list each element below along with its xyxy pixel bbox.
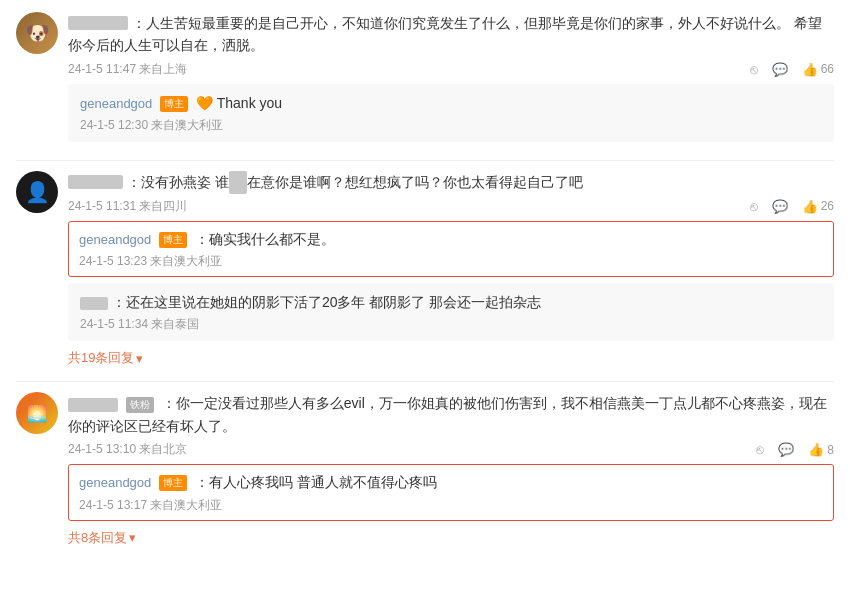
comment-3-username: [68, 398, 118, 412]
comment-1-text: ：人生苦短最重要的是自己开心，不知道你们究竟发生了什么，但那毕竟是你们的家事，外…: [68, 15, 822, 53]
reply-3-time: 24-1-5 13:17 来自澳大利亚: [79, 497, 823, 514]
reply-2-badge: 博主: [159, 232, 187, 248]
comment-1: 🐶 ：人生苦短最重要的是自己开心，不知道你们究竟发生了什么，但那毕竟是你们的家事…: [16, 12, 834, 146]
comment-3-meta: 24-1-5 13:10 来自北京 ⎋ 💬 👍 8: [68, 441, 834, 458]
chevron-down-icon-3: ▾: [129, 530, 136, 545]
comment-1-meta: 24-1-5 11:47 来自上海 ⎋ 💬 👍 66: [68, 61, 834, 78]
reply-1-text-content: Thank you: [217, 95, 282, 111]
expand-replies-2[interactable]: 共19条回复 ▾: [68, 345, 834, 367]
comment-3-actions: ⎋ 💬 👍 8: [756, 442, 834, 457]
reply-1-username: geneandgod: [80, 96, 152, 111]
comment-2-reply-boxed: geneandgod 博主 ：确实我什么都不是。 24-1-5 13:23 来自…: [68, 221, 834, 277]
reply-3-username: geneandgod: [79, 475, 151, 490]
heart-icon-1: 🧡: [196, 95, 213, 111]
comment-1-header: ：人生苦短最重要的是自己开心，不知道你们究竟发生了什么，但那毕竟是你们的家事，外…: [68, 12, 834, 57]
comment-3-reply-boxed: geneandgod 博主 ：有人心疼我吗 普通人就不值得心疼吗 24-1-5 …: [68, 464, 834, 520]
comment-2-text: ：没有孙燕姿 谁██在意你是谁啊？想红想疯了吗？你也太看得起自己了吧: [127, 174, 583, 190]
like-button-3[interactable]: 👍 8: [808, 442, 834, 457]
comment-1-actions: ⎋ 💬 👍 66: [750, 62, 834, 77]
comment-1-reply: geneandgod 博主 🧡 Thank you 24-1-5 12:30 来…: [68, 84, 834, 142]
comment-2-header: ：没有孙燕姿 谁██在意你是谁啊？想红想疯了吗？你也太看得起自己了吧: [68, 171, 834, 193]
reply-2-text: ：确实我什么都不是。: [195, 231, 335, 247]
comment-1-content: ：人生苦短最重要的是自己开心，不知道你们究竟发生了什么，但那毕竟是你们的家事，外…: [68, 12, 834, 146]
share-icon[interactable]: ⎋: [750, 62, 758, 77]
comment-2-time: 24-1-5 11:31 来自四川: [68, 198, 187, 215]
divider-1: [16, 160, 834, 161]
comment-icon-1[interactable]: 💬: [772, 62, 788, 77]
like-count-2: 26: [821, 199, 834, 213]
avatar-3: 🌅: [16, 392, 58, 434]
subreply-time: 24-1-5 11:34 来自泰国: [80, 316, 822, 333]
expand-replies-label-2[interactable]: 共19条回复 ▾: [68, 349, 143, 367]
reply-3-badge: 博主: [159, 475, 187, 491]
reply-1-time: 24-1-5 12:30 来自澳大利亚: [80, 117, 822, 134]
comment-2: 👤 ：没有孙燕姿 谁██在意你是谁啊？想红想疯了吗？你也太看得起自己了吧 24-…: [16, 171, 834, 367]
like-count-1: 66: [821, 62, 834, 76]
share-icon-3[interactable]: ⎋: [756, 442, 764, 457]
comment-2-username: [68, 175, 123, 189]
comment-3-time: 24-1-5 13:10 来自北京: [68, 441, 187, 458]
comment-2-content: ：没有孙燕姿 谁██在意你是谁啊？想红想疯了吗？你也太看得起自己了吧 24-1-…: [68, 171, 834, 367]
thumbs-up-icon-1: 👍: [802, 62, 818, 77]
divider-2: [16, 381, 834, 382]
comment-icon-3[interactable]: 💬: [778, 442, 794, 457]
comment-3-header: 铁粉 ：你一定没看过那些人有多么evil，万一你姐真的被他们伤害到，我不相信燕美…: [68, 392, 834, 437]
reply-2-time: 24-1-5 13:23 来自澳大利亚: [79, 253, 823, 270]
subreply-text: ：还在这里说在她姐的阴影下活了20多年 都阴影了 那会还一起拍杂志: [112, 294, 541, 310]
expand-text-2: 共19条回复: [68, 349, 134, 367]
thumbs-up-icon-2: 👍: [802, 199, 818, 214]
chevron-down-icon-2: ▾: [136, 351, 143, 366]
comment-1-username: [68, 16, 128, 30]
avatar-1: 🐶: [16, 12, 58, 54]
comment-2-actions: ⎋ 💬 👍 26: [750, 199, 834, 214]
thumbs-up-icon-3: 👍: [808, 442, 824, 457]
comment-3: 🌅 铁粉 ：你一定没看过那些人有多么evil，万一你姐真的被他们伤害到，我不相信…: [16, 392, 834, 546]
expand-replies-label-3[interactable]: 共8条回复 ▾: [68, 529, 136, 547]
like-count-3: 8: [827, 443, 834, 457]
comment-2-subreply: ：还在这里说在她姐的阴影下活了20多年 都阴影了 那会还一起拍杂志 24-1-5…: [68, 283, 834, 341]
like-button-2[interactable]: 👍 26: [802, 199, 834, 214]
comment-2-meta: 24-1-5 11:31 来自四川 ⎋ 💬 👍 26: [68, 198, 834, 215]
subreply-username: [80, 297, 108, 310]
iron-badge-3: 铁粉: [126, 397, 154, 413]
avatar-2: 👤: [16, 171, 58, 213]
comment-3-content: 铁粉 ：你一定没看过那些人有多么evil，万一你姐真的被他们伤害到，我不相信燕美…: [68, 392, 834, 546]
comment-icon-2[interactable]: 💬: [772, 199, 788, 214]
comment-1-time: 24-1-5 11:47 来自上海: [68, 61, 187, 78]
share-icon-2[interactable]: ⎋: [750, 199, 758, 214]
comment-3-text: ：你一定没看过那些人有多么evil，万一你姐真的被他们伤害到，我不相信燕美一丁点…: [68, 395, 827, 433]
expand-text-3: 共8条回复: [68, 529, 127, 547]
reply-1-badge: 博主: [160, 96, 188, 112]
reply-1-text: 🧡 Thank you: [196, 95, 282, 111]
like-button-1[interactable]: 👍 66: [802, 62, 834, 77]
reply-3-text: ：有人心疼我吗 普通人就不值得心疼吗: [195, 474, 437, 490]
expand-replies-3[interactable]: 共8条回复 ▾: [68, 525, 834, 547]
comments-container: 🐶 ：人生苦短最重要的是自己开心，不知道你们究竟发生了什么，但那毕竟是你们的家事…: [0, 0, 850, 573]
reply-2-username: geneandgod: [79, 232, 151, 247]
